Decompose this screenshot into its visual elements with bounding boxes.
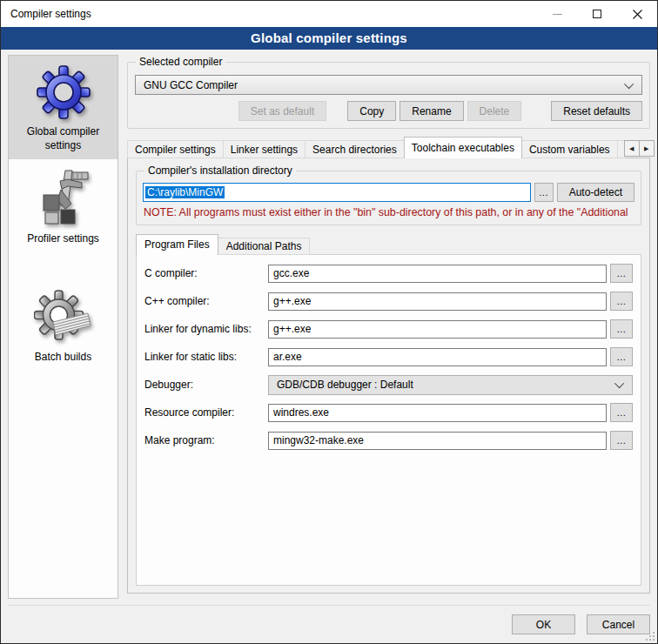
window-controls [537, 1, 657, 27]
global-compiler-gear-icon [35, 64, 92, 121]
resize-grip[interactable] [644, 630, 655, 641]
close-button[interactable] [617, 1, 657, 27]
cancel-button[interactable]: Cancel [587, 614, 650, 634]
selected-compiler-legend: Selected compiler [136, 56, 225, 68]
batch-builds-icon [34, 289, 93, 346]
dynamic-linker-input[interactable] [268, 320, 607, 339]
tab-program-files[interactable]: Program Files [136, 234, 218, 255]
installation-directory-browse-button[interactable]: ... [534, 183, 554, 202]
dynamic-linker-browse-button[interactable]: ... [610, 319, 633, 339]
installation-directory-input[interactable]: C:\raylib\MinGW [143, 183, 531, 202]
debugger-row: Debugger: GDB/CDB debugger : Default [144, 375, 633, 394]
tab-linker-settings[interactable]: Linker settings [223, 140, 306, 158]
tab-compiler-settings[interactable]: Compiler settings [127, 140, 224, 158]
debugger-select[interactable]: GDB/CDB debugger : Default [268, 375, 633, 395]
make-program-row: Make program: ... [144, 431, 633, 450]
tab-scroll-right-button[interactable]: ▶ [639, 140, 655, 157]
c-compiler-input[interactable] [268, 265, 607, 283]
static-linker-input[interactable] [268, 348, 607, 366]
sidebar-item-global-compiler-settings[interactable]: Global compiler settings [9, 56, 118, 159]
tab-scroll-buttons: ◀ ▶ [625, 140, 655, 157]
arrow-left-icon: ◀ [629, 145, 634, 152]
close-icon [633, 10, 642, 19]
chevron-down-icon [614, 379, 624, 388]
installation-directory-value: C:\raylib\MinGW [145, 186, 225, 198]
set-as-default-button[interactable]: Set as default [238, 101, 326, 121]
ok-button[interactable]: OK [512, 614, 575, 634]
dynamic-linker-label: Linker for dynamic libs: [144, 323, 268, 335]
tab-custom-variables[interactable]: Custom variables [521, 140, 618, 158]
debugger-label: Debugger: [144, 379, 268, 391]
sidebar-item-profiler-settings[interactable]: Profiler settings [9, 159, 118, 253]
c-compiler-row: C compiler: ... [144, 264, 633, 283]
window-title: Compiler settings [10, 8, 91, 20]
page-title: Global compiler settings [1, 27, 657, 50]
make-program-input[interactable] [268, 432, 607, 450]
auto-detect-button[interactable]: Auto-detect [557, 183, 634, 202]
rename-button[interactable]: Rename [400, 101, 463, 121]
settings-category-list: Global compiler settings [8, 55, 118, 599]
selected-compiler-group: Selected compiler GNU GCC Compiler Set a… [127, 62, 650, 129]
c-compiler-label: C compiler: [144, 267, 268, 279]
settings-tab-strip: Compiler settings Linker settings Search… [127, 137, 650, 158]
program-files-page: C compiler: ... C++ compiler: ... Linker… [136, 254, 641, 586]
dialog-body: Global compiler settings [1, 50, 657, 605]
tab-toolchain-executables[interactable]: Toolchain executables [404, 137, 522, 158]
compiler-buttons-row: Set as default Copy Rename Delete Reset … [135, 101, 642, 121]
make-program-label: Make program: [144, 434, 268, 446]
minimize-icon [553, 14, 562, 15]
cpp-compiler-input[interactable] [268, 292, 607, 311]
program-files-tab-strip: Program Files Additional Paths [136, 234, 641, 255]
delete-button[interactable]: Delete [467, 101, 522, 121]
dialog-footer: OK Cancel [8, 605, 650, 643]
installation-directory-row: C:\raylib\MinGW ... Auto-detect [143, 183, 634, 202]
chevron-down-icon [624, 78, 634, 88]
compiler-settings-dialog: Compiler settings Global compiler settin… [0, 0, 658, 644]
resource-compiler-row: Resource compiler: ... [144, 403, 633, 422]
cpp-compiler-row: C++ compiler: ... [144, 292, 633, 311]
installation-directory-legend: Compiler's installation directory [144, 164, 296, 177]
arrow-right-icon: ▶ [644, 145, 648, 152]
maximize-icon [593, 10, 601, 18]
static-linker-browse-button[interactable]: ... [610, 347, 633, 366]
bin-subdirectory-note: NOTE: All programs must exist either in … [144, 206, 634, 218]
compiler-select[interactable]: GNU GCC Compiler [135, 75, 642, 95]
profiler-caliper-icon [37, 167, 91, 228]
tab-search-directories[interactable]: Search directories [305, 140, 405, 158]
copy-button[interactable]: Copy [347, 101, 396, 121]
cpp-compiler-label: C++ compiler: [144, 295, 268, 307]
sidebar-item-batch-builds[interactable]: Batch builds [9, 281, 118, 372]
static-linker-row: Linker for static libs: ... [144, 347, 633, 366]
maximize-button[interactable] [577, 1, 617, 27]
minimize-button[interactable] [537, 1, 577, 27]
main-panel: Selected compiler GNU GCC Compiler Set a… [127, 55, 650, 605]
sidebar-item-label: Profiler settings [27, 232, 99, 246]
sidebar-item-label: Batch builds [35, 351, 91, 365]
cpp-compiler-browse-button[interactable]: ... [610, 292, 633, 311]
resource-compiler-browse-button[interactable]: ... [610, 403, 633, 422]
resource-compiler-label: Resource compiler: [144, 406, 268, 419]
reset-defaults-button[interactable]: Reset defaults [551, 101, 642, 121]
make-program-browse-button[interactable]: ... [610, 431, 633, 450]
title-bar[interactable]: Compiler settings [1, 1, 657, 27]
dynamic-linker-row: Linker for dynamic libs: ... [144, 319, 633, 339]
tab-scroll-left-button[interactable]: ◀ [624, 140, 640, 157]
tab-additional-paths[interactable]: Additional Paths [218, 238, 311, 255]
static-linker-label: Linker for static libs: [144, 351, 268, 363]
resource-compiler-input[interactable] [268, 404, 607, 422]
toolchain-executables-page: Compiler's installation directory C:\ray… [127, 158, 650, 594]
c-compiler-browse-button[interactable]: ... [610, 264, 633, 283]
debugger-select-value: GDB/CDB debugger : Default [277, 379, 413, 391]
installation-directory-group: Compiler's installation directory C:\ray… [136, 171, 641, 225]
sidebar-item-label: Global compiler settings [12, 125, 114, 152]
compiler-select-value: GNU GCC Compiler [144, 79, 238, 91]
